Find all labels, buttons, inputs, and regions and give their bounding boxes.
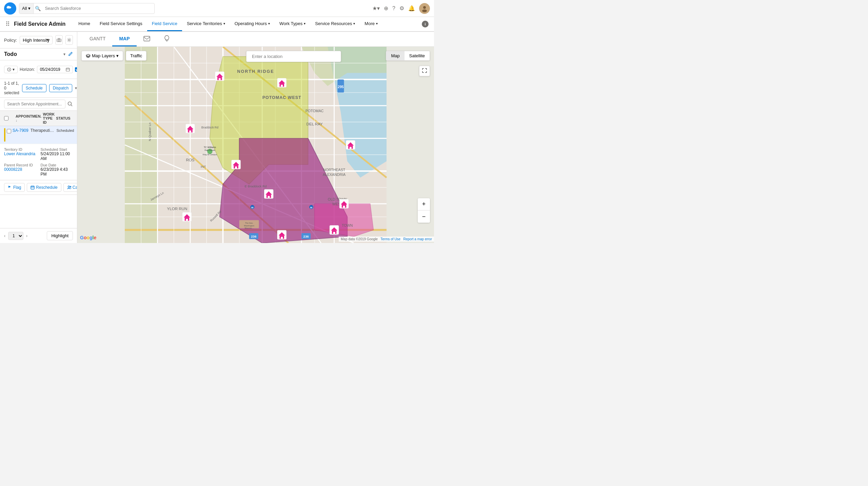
svg-text:YLOR RUN: YLOR RUN [167, 207, 187, 211]
google-logo: Google [80, 235, 96, 240]
map-toolbar: Map Layers ▾ Traffic [81, 51, 146, 61]
page-select[interactable]: 1 [8, 232, 23, 240]
details-panel: Territory ID Lower Alexandria Scheduled … [0, 144, 77, 180]
select-all-checkbox[interactable] [4, 116, 8, 121]
tab-lightbulb[interactable] [157, 32, 177, 46]
reschedule-button[interactable]: Reschedule [27, 183, 61, 192]
svg-text:Masonic...: Masonic... [245, 227, 254, 229]
horizon-clock[interactable]: ▾ [4, 66, 18, 73]
candidates-button[interactable]: Candidates [63, 183, 77, 192]
nav-item-field-service[interactable]: Field Service [147, 17, 182, 31]
territory-id-value[interactable]: Lower Alexandria [4, 151, 37, 156]
nav-item-more[interactable]: More ▾ [360, 17, 382, 31]
svg-point-3 [58, 40, 60, 41]
appointment-search-input[interactable] [4, 100, 65, 108]
nav-item-service-resources[interactable]: Service Resources ▾ [310, 17, 360, 31]
policy-select[interactable]: High Intensity [20, 36, 53, 44]
map-layers-button[interactable]: Map Layers ▾ [81, 51, 123, 61]
svg-rect-117 [268, 196, 270, 198]
todo-dropdown-arrow[interactable]: ▾ [63, 52, 65, 57]
records-dropdown-arrow[interactable]: ▾ [75, 86, 77, 90]
highlight-button[interactable]: Highlight [47, 231, 73, 240]
tab-map[interactable]: MAP [112, 32, 136, 46]
setup-icon[interactable]: ⚙ [399, 5, 404, 12]
flag-button[interactable]: Flag [4, 183, 25, 192]
scheduled-start-group: Scheduled Start 5/24/2019 11:00 AM [41, 147, 73, 161]
map-background: 295 NORTH RIDGE POTOMAC WEST DEL RAY POT… [77, 47, 434, 243]
due-date-value: 6/23/2019 4:43 PM [41, 167, 73, 177]
svg-point-0 [423, 6, 426, 9]
svg-text:TC Williams: TC Williams [204, 146, 216, 148]
zoom-in-button[interactable]: + [418, 198, 430, 210]
nav-item-operating-hours[interactable]: Operating Hours ▾ [230, 17, 275, 31]
add-icon[interactable]: ⊕ [384, 5, 388, 12]
appointment-sort-icon[interactable]: ↓ [16, 119, 17, 122]
svg-rect-93 [189, 130, 191, 133]
horizon-date[interactable] [37, 66, 73, 73]
table-header: APPOINTMEN. ↓ WORK TYPE ID STATUS [0, 111, 77, 126]
appointment-search-icon[interactable] [67, 101, 73, 107]
search-scope-dropdown[interactable]: All ▾ [19, 3, 34, 14]
map-type-satellite-button[interactable]: Satellite [405, 51, 430, 60]
policy-camera-btn[interactable] [55, 35, 63, 45]
row-appointment-id[interactable]: SA-7909 [13, 128, 28, 133]
report-map-error-link[interactable]: Report a map error [403, 237, 432, 241]
svg-point-7 [68, 102, 72, 105]
table-row[interactable]: SA-7909 Therapeutic Fa... Scheduled [0, 126, 77, 144]
search-icon: 🔍 [34, 6, 42, 11]
policy-settings-btn[interactable] [65, 35, 73, 45]
schedule-button[interactable]: Schedule [22, 84, 46, 92]
traffic-button[interactable]: Traffic [126, 51, 146, 61]
global-search[interactable]: All ▾ 🔍 [19, 3, 155, 14]
search-input[interactable] [42, 6, 154, 11]
app-grid-icon[interactable]: ⠿ [5, 20, 10, 28]
svg-rect-8 [31, 186, 34, 189]
svg-text:295: 295 [338, 85, 344, 89]
nav-item-work-types[interactable]: Work Types ▾ [275, 17, 310, 31]
favorites-icon[interactable]: ★▾ [372, 5, 380, 12]
next-page-button[interactable]: › [26, 234, 27, 238]
todo-edit-icon[interactable] [68, 52, 73, 57]
left-panel: Policy: High Intensity Todo ▾ [0, 32, 77, 243]
fullscreen-button[interactable] [419, 66, 430, 76]
service-resources-chevron: ▾ [353, 22, 355, 25]
svg-rect-105 [343, 206, 345, 208]
svg-text:236: 236 [251, 235, 256, 238]
horizon-date-input[interactable] [40, 67, 64, 72]
records-bar: 1-1 of 1, 0 selected Schedule Dispatch ▾ [0, 79, 77, 98]
map-attribution: Map data ©2019 Google Terms of Use Repor… [339, 237, 434, 242]
prev-page-button[interactable]: ‹ [4, 234, 5, 238]
layers-icon [86, 54, 91, 58]
nav-item-field-service-settings[interactable]: Field Service Settings [95, 17, 147, 31]
notification-icon[interactable]: 🔔 [408, 5, 415, 12]
app-name: Field Service Admin [14, 21, 65, 27]
help-icon[interactable]: ? [392, 5, 395, 12]
nav-item-service-territories[interactable]: Service Territories ▾ [182, 17, 230, 31]
tab-gantt[interactable]: GANTT [83, 32, 112, 46]
map-type-map-button[interactable]: Map [386, 51, 404, 60]
location-input-container [246, 51, 341, 62]
nav-item-home[interactable]: Home [74, 17, 95, 31]
map-container[interactable]: 295 NORTH RIDGE POTOMAC WEST DEL RAY POT… [77, 47, 434, 243]
row-status: Scheduled [56, 128, 74, 133]
salesforce-logo[interactable] [4, 2, 16, 15]
location-input[interactable] [246, 51, 341, 62]
info-icon[interactable]: i [422, 21, 429, 27]
todo-header: Todo ▾ [0, 48, 77, 60]
svg-point-10 [70, 186, 71, 187]
due-date-label: Due Date [41, 163, 73, 167]
parent-record-value[interactable]: 00008228 [4, 167, 37, 172]
svg-text:INT: INT [201, 165, 206, 168]
fullscreen-icon [422, 68, 427, 73]
terms-of-use-link[interactable]: Terms of Use [380, 237, 400, 241]
th-appointment: APPOINTMEN. ↓ [16, 114, 41, 122]
svg-text:POTOMAC WEST: POTOMAC WEST [262, 95, 301, 100]
lightbulb-icon [164, 35, 170, 42]
dispatch-button[interactable]: Dispatch [49, 84, 73, 92]
row-checkbox[interactable] [7, 129, 11, 134]
zoom-out-button[interactable]: − [418, 210, 430, 223]
tab-email[interactable] [137, 32, 157, 46]
match-gantt-checkbox[interactable] [75, 67, 77, 72]
clock-icon [7, 67, 11, 72]
user-avatar[interactable] [419, 3, 430, 14]
